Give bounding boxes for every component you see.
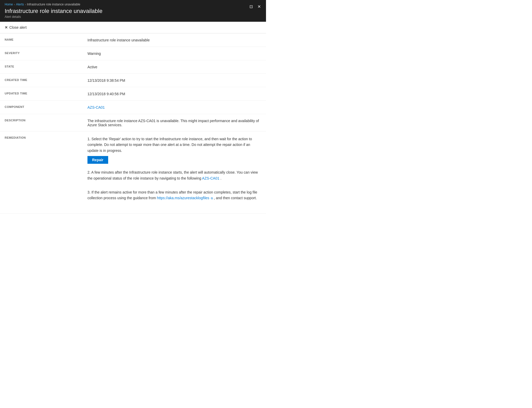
name-label: NAME [0, 33, 83, 47]
name-value: Infrastructure role instance unavailable [83, 33, 266, 47]
breadcrumb-current: Infrastructure role instance unavailable [27, 3, 80, 6]
description-label: DESCRIPTION [0, 114, 83, 131]
external-link-icon: ⧉ [211, 197, 213, 200]
remediation-step2-text: 2. A few minutes after the Infrastructur… [87, 169, 261, 181]
remediation-content: 1. Select the 'Repair' action to try to … [87, 136, 261, 209]
page-title: Infrastructure role instance unavailable [5, 8, 261, 14]
remediation-step1-text: 1. Select the 'Repair' action to try to … [87, 136, 261, 153]
maximize-button[interactable]: ⊡ [249, 4, 253, 10]
remediation-row: REMEDIATION 1. Select the 'Repair' actio… [0, 131, 266, 214]
description-row: DESCRIPTION The infrastructure role inst… [0, 114, 266, 131]
remediation-step-2: 2. A few minutes after the Infrastructur… [87, 169, 261, 184]
state-row: STATE Active [0, 60, 266, 74]
breadcrumb-separator-2: › [25, 3, 26, 6]
updated-time-value: 12/13/2018 9:40:56 PM [83, 87, 266, 100]
header-actions: ⊡ ✕ [249, 4, 261, 10]
remediation-step2-link[interactable]: AZS-CA01 [202, 176, 219, 180]
created-time-label: CREATED TIME [0, 74, 83, 87]
breadcrumb-home[interactable]: Home [5, 3, 13, 6]
repair-button[interactable]: Repair [87, 156, 108, 164]
remediation-label: REMEDIATION [0, 131, 83, 213]
remediation-step2-part2: . [220, 176, 221, 180]
updated-time-label: UPDATED TIME [0, 87, 83, 100]
remediation-value: 1. Select the 'Repair' action to try to … [83, 131, 266, 213]
close-alert-button[interactable]: ✕ Close alert [5, 24, 27, 31]
page-subtitle: Alert details [5, 15, 261, 19]
page-header: Home › Alerts › Infrastructure role inst… [0, 0, 266, 22]
remediation-step-1: 1. Select the 'Repair' action to try to … [87, 136, 261, 164]
severity-row: SEVERITY Warning [0, 47, 266, 60]
remediation-step3-text: 3. If the alert remains active for more … [87, 189, 261, 201]
breadcrumb: Home › Alerts › Infrastructure role inst… [5, 3, 261, 6]
component-value: AZS-CA01 [83, 101, 266, 114]
maximize-icon: ⊡ [249, 4, 253, 9]
details-table: NAME Infrastructure role instance unavai… [0, 33, 266, 214]
close-alert-icon: ✕ [5, 25, 8, 29]
component-label: COMPONENT [0, 101, 83, 114]
component-row: COMPONENT AZS-CA01 [0, 101, 266, 114]
updated-time-row: UPDATED TIME 12/13/2018 9:40:56 PM [0, 87, 266, 101]
remediation-step3-link[interactable]: https://aka.ms/azurestacklogfiles [157, 196, 209, 200]
remediation-step2-part1: 2. A few minutes after the Infrastructur… [87, 170, 258, 180]
component-link[interactable]: AZS-CA01 [87, 105, 105, 109]
breadcrumb-separator-1: › [14, 3, 15, 6]
state-label: STATE [0, 60, 83, 73]
close-panel-button[interactable]: ✕ [257, 4, 261, 10]
created-time-row: CREATED TIME 12/13/2018 9:38:54 PM [0, 74, 266, 87]
remediation-step3-part2: , and then contact support. [214, 196, 257, 200]
breadcrumb-alerts[interactable]: Alerts [16, 3, 24, 6]
description-value: The infrastructure role instance AZS-CA0… [83, 114, 266, 131]
created-time-value: 12/13/2018 9:38:54 PM [83, 74, 266, 87]
close-alert-label: Close alert [9, 25, 27, 29]
toolbar: ✕ Close alert [0, 22, 266, 33]
severity-value: Warning [83, 47, 266, 60]
state-value: Active [83, 60, 266, 73]
severity-label: SEVERITY [0, 47, 83, 60]
remediation-step-3: 3. If the alert remains active for more … [87, 189, 261, 204]
name-row: NAME Infrastructure role instance unavai… [0, 33, 266, 47]
close-panel-icon: ✕ [257, 4, 261, 9]
